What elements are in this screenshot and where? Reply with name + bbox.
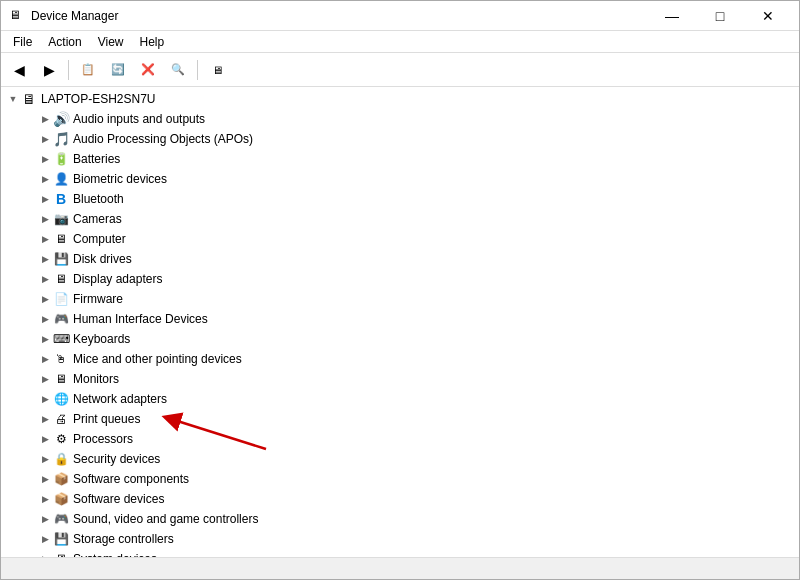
print-queues-icon: 🖨 <box>53 411 69 427</box>
item-expand-19[interactable]: ▶ <box>37 491 53 507</box>
network-adapters-icon: 🌐 <box>53 391 69 407</box>
window-title: Device Manager <box>31 9 118 23</box>
item-label-13: Monitors <box>73 372 119 386</box>
list-item[interactable]: ▶ 📷 Cameras <box>1 209 799 229</box>
list-item[interactable]: ▶ 🔒 Security devices <box>1 449 799 469</box>
item-label-4: Bluetooth <box>73 192 124 206</box>
list-item[interactable]: ▶ 🖥 Monitors <box>1 369 799 389</box>
security-devices-icon: 🔒 <box>53 451 69 467</box>
item-expand-17[interactable]: ▶ <box>37 451 53 467</box>
item-expand-0[interactable]: ▶ <box>37 111 53 127</box>
title-bar-left: 🖥 Device Manager <box>9 8 118 24</box>
list-item[interactable]: ▶ 💾 Disk drives <box>1 249 799 269</box>
item-expand-3[interactable]: ▶ <box>37 171 53 187</box>
item-expand-12[interactable]: ▶ <box>37 351 53 367</box>
menu-help[interactable]: Help <box>132 33 173 51</box>
list-item[interactable]: ▶ 📦 Software devices <box>1 489 799 509</box>
computer-icon: 🖥 <box>21 91 37 107</box>
list-item[interactable]: ▶ 🎵 Audio Processing Objects (APOs) <box>1 129 799 149</box>
item-label-6: Computer <box>73 232 126 246</box>
menu-action[interactable]: Action <box>40 33 89 51</box>
item-expand-22[interactable]: ▶ <box>37 551 53 557</box>
item-expand-21[interactable]: ▶ <box>37 531 53 547</box>
item-expand-13[interactable]: ▶ <box>37 371 53 387</box>
bluetooth-icon: B <box>53 191 69 207</box>
toolbar-separator-2 <box>197 60 198 80</box>
item-expand-14[interactable]: ▶ <box>37 391 53 407</box>
list-item[interactable]: ▶ 🔋 Batteries <box>1 149 799 169</box>
toolbar: ◀ ▶ 📋 🔄 ❌ 🔍 🖥 <box>1 53 799 87</box>
item-expand-6[interactable]: ▶ <box>37 231 53 247</box>
system-devices-icon: 🖥 <box>53 551 69 557</box>
scan-hardware-button[interactable]: 🔍 <box>164 57 192 83</box>
list-item[interactable]: ▶ 📦 Software components <box>1 469 799 489</box>
list-item[interactable]: ▶ 🖨 Print queues <box>1 409 799 429</box>
item-expand-4[interactable]: ▶ <box>37 191 53 207</box>
software-devices-icon: 📦 <box>53 491 69 507</box>
list-item[interactable]: ▶ 🎮 Human Interface Devices <box>1 309 799 329</box>
list-item[interactable]: ▶ 🖥 System devices <box>1 549 799 557</box>
view-button[interactable]: 🖥 <box>203 57 231 83</box>
update-driver-button[interactable]: 🔄 <box>104 57 132 83</box>
item-label-15: Print queues <box>73 412 140 426</box>
item-expand-20[interactable]: ▶ <box>37 511 53 527</box>
item-label-5: Cameras <box>73 212 122 226</box>
properties-button[interactable]: 📋 <box>74 57 102 83</box>
firmware-icon: 📄 <box>53 291 69 307</box>
tree-root[interactable]: ▼ 🖥 LAPTOP-ESH2SN7U <box>1 89 799 109</box>
display-adapters-icon: 🖥 <box>53 271 69 287</box>
forward-button[interactable]: ▶ <box>35 57 63 83</box>
list-item[interactable]: ▶ ⚙ Processors <box>1 429 799 449</box>
item-label-18: Software components <box>73 472 189 486</box>
item-expand-18[interactable]: ▶ <box>37 471 53 487</box>
biometric-icon: 👤 <box>53 171 69 187</box>
list-item[interactable]: ▶ ⌨ Keyboards <box>1 329 799 349</box>
menu-file[interactable]: File <box>5 33 40 51</box>
list-item[interactable]: ▶ 🌐 Network adapters <box>1 389 799 409</box>
item-expand-10[interactable]: ▶ <box>37 311 53 327</box>
item-expand-11[interactable]: ▶ <box>37 331 53 347</box>
list-item[interactable]: ▶ 🎮 Sound, video and game controllers <box>1 509 799 529</box>
hid-icon: 🎮 <box>53 311 69 327</box>
item-expand-15[interactable]: ▶ <box>37 411 53 427</box>
device-manager-window: 🖥 Device Manager — □ ✕ File Action View … <box>0 0 800 580</box>
item-label-22: System devices <box>73 552 157 557</box>
list-item[interactable]: ▶ 💾 Storage controllers <box>1 529 799 549</box>
processors-icon: ⚙ <box>53 431 69 447</box>
item-expand-1[interactable]: ▶ <box>37 131 53 147</box>
storage-controllers-icon: 💾 <box>53 531 69 547</box>
list-item[interactable]: ▶ 🖱 Mice and other pointing devices <box>1 349 799 369</box>
item-expand-8[interactable]: ▶ <box>37 271 53 287</box>
list-item[interactable]: ▶ 👤 Biometric devices <box>1 169 799 189</box>
back-button[interactable]: ◀ <box>5 57 33 83</box>
title-bar: 🖥 Device Manager — □ ✕ <box>1 1 799 31</box>
mice-icon: 🖱 <box>53 351 69 367</box>
list-item[interactable]: ▶ 📄 Firmware <box>1 289 799 309</box>
device-tree[interactable]: ▼ 🖥 LAPTOP-ESH2SN7U ▶ 🔊 Audio inputs and… <box>1 87 799 557</box>
list-item[interactable]: ▶ 🔊 Audio inputs and outputs <box>1 109 799 129</box>
root-label: LAPTOP-ESH2SN7U <box>41 92 156 106</box>
item-expand-7[interactable]: ▶ <box>37 251 53 267</box>
menu-view[interactable]: View <box>90 33 132 51</box>
list-item[interactable]: ▶ B Bluetooth <box>1 189 799 209</box>
item-expand-2[interactable]: ▶ <box>37 151 53 167</box>
item-label-8: Display adapters <box>73 272 162 286</box>
root-expand-arrow[interactable]: ▼ <box>5 91 21 107</box>
item-label-12: Mice and other pointing devices <box>73 352 242 366</box>
close-button[interactable]: ✕ <box>745 1 791 31</box>
item-label-21: Storage controllers <box>73 532 174 546</box>
item-label-1: Audio Processing Objects (APOs) <box>73 132 253 146</box>
maximize-button[interactable]: □ <box>697 1 743 31</box>
uninstall-button[interactable]: ❌ <box>134 57 162 83</box>
status-bar <box>1 557 799 579</box>
item-expand-5[interactable]: ▶ <box>37 211 53 227</box>
item-label-0: Audio inputs and outputs <box>73 112 205 126</box>
item-expand-16[interactable]: ▶ <box>37 431 53 447</box>
list-item[interactable]: ▶ 🖥 Display adapters <box>1 269 799 289</box>
list-item[interactable]: ▶ 🖥 Computer <box>1 229 799 249</box>
title-bar-controls: — □ ✕ <box>649 1 791 31</box>
minimize-button[interactable]: — <box>649 1 695 31</box>
item-expand-9[interactable]: ▶ <box>37 291 53 307</box>
item-label-16: Processors <box>73 432 133 446</box>
monitors-icon: 🖥 <box>53 371 69 387</box>
